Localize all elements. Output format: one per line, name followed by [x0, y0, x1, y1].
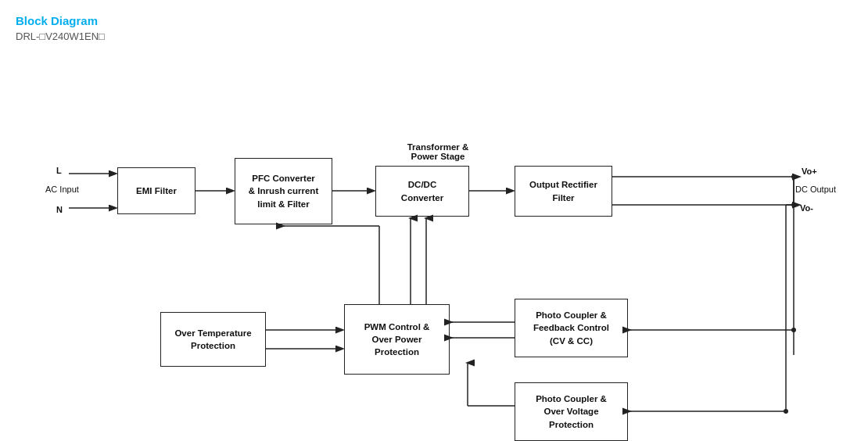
l-label: L [56, 166, 62, 175]
vo-plus-label: Vo+ [802, 167, 817, 176]
svg-point-16 [791, 328, 796, 332]
block-diagram: Transformer &Power Stage EMI Filter PFC … [16, 50, 852, 433]
ac-input-label: AC Input [45, 185, 79, 194]
pfc-block: PFC Converter& Inrush currentlimit & Fil… [235, 158, 332, 224]
dcdc-block: DC/DCConverter [375, 166, 469, 217]
pwm-block: PWM Control &Over PowerProtection [344, 304, 450, 375]
page-subtitle: DRL-□V240W1EN□ [16, 30, 852, 42]
over-temp-block: Over TemperatureProtection [160, 312, 266, 367]
photo-overvolt-block: Photo Coupler &Over VoltageProtection [515, 382, 628, 441]
svg-point-11 [791, 203, 796, 207]
vo-minus-label: Vo- [800, 203, 813, 213]
output-rect-block: Output RectifierFilter [515, 166, 612, 217]
n-label: N [56, 205, 63, 214]
dc-output-label: DC Output [795, 185, 836, 194]
transformer-label: Transformer &Power Stage [391, 142, 485, 161]
page-title: Block Diagram [16, 14, 852, 27]
svg-point-10 [791, 174, 796, 179]
diagram-lines [16, 50, 852, 433]
svg-point-18 [784, 409, 788, 414]
emi-filter-block: EMI Filter [117, 167, 195, 214]
page-container: Block Diagram DRL-□V240W1EN□ Transformer… [0, 0, 868, 441]
photo-feedback-block: Photo Coupler &Feedback Control(CV & CC) [515, 299, 628, 357]
